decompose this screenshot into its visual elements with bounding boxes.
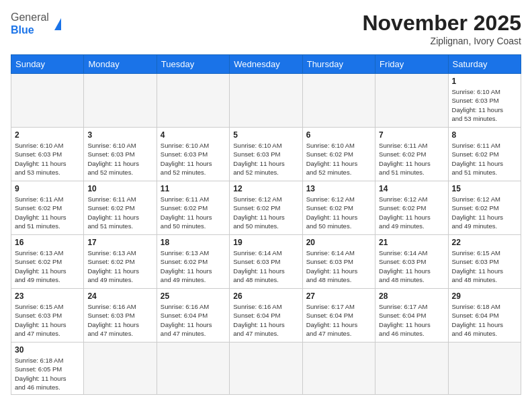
- day-number: 20: [306, 238, 371, 247]
- day-number: 22: [452, 238, 517, 247]
- month-title: November 2025: [362, 11, 521, 36]
- day-number: 25: [161, 291, 226, 301]
- day-number: 19: [233, 238, 298, 247]
- calendar-cell: 7Sunrise: 6:11 AM Sunset: 6:02 PM Daylig…: [375, 128, 448, 181]
- calendar-week-row: 30Sunrise: 6:18 AM Sunset: 6:05 PM Dayli…: [11, 342, 521, 395]
- cell-info: Sunrise: 6:10 AM Sunset: 6:03 PM Dayligh…: [452, 87, 517, 123]
- logo-general: General: [11, 11, 49, 23]
- day-number: 24: [87, 291, 152, 301]
- calendar-cell: 16Sunrise: 6:13 AM Sunset: 6:02 PM Dayli…: [11, 235, 84, 289]
- cell-info: Sunrise: 6:15 AM Sunset: 6:03 PM Dayligh…: [15, 302, 80, 338]
- calendar-cell: 1Sunrise: 6:10 AM Sunset: 6:03 PM Daylig…: [448, 74, 521, 128]
- day-number: 28: [379, 291, 444, 301]
- cell-info: Sunrise: 6:10 AM Sunset: 6:03 PM Dayligh…: [233, 141, 298, 177]
- cell-info: Sunrise: 6:12 AM Sunset: 6:02 PM Dayligh…: [379, 195, 444, 230]
- cell-info: Sunrise: 6:18 AM Sunset: 6:04 PM Dayligh…: [452, 302, 517, 338]
- calendar-week-row: 23Sunrise: 6:15 AM Sunset: 6:03 PM Dayli…: [11, 289, 521, 342]
- calendar-cell: 30Sunrise: 6:18 AM Sunset: 6:05 PM Dayli…: [11, 342, 84, 395]
- calendar-cell: 21Sunrise: 6:14 AM Sunset: 6:03 PM Dayli…: [375, 235, 448, 289]
- calendar-cell: [375, 74, 448, 128]
- calendar-day-header: Sunday: [11, 55, 84, 74]
- cell-info: Sunrise: 6:17 AM Sunset: 6:04 PM Dayligh…: [306, 302, 371, 338]
- calendar-cell: 5Sunrise: 6:10 AM Sunset: 6:03 PM Daylig…: [230, 128, 302, 181]
- day-number: 1: [452, 77, 517, 86]
- cell-info: Sunrise: 6:16 AM Sunset: 6:04 PM Dayligh…: [233, 302, 298, 338]
- cell-info: Sunrise: 6:11 AM Sunset: 6:02 PM Dayligh…: [161, 195, 226, 230]
- calendar-cell: 13Sunrise: 6:12 AM Sunset: 6:02 PM Dayli…: [302, 181, 375, 235]
- cell-info: Sunrise: 6:15 AM Sunset: 6:03 PM Dayligh…: [452, 248, 517, 284]
- calendar-cell: 28Sunrise: 6:17 AM Sunset: 6:04 PM Dayli…: [375, 289, 448, 342]
- cell-info: Sunrise: 6:14 AM Sunset: 6:03 PM Dayligh…: [306, 248, 371, 284]
- logo-blue: Blue: [11, 24, 34, 36]
- cell-info: Sunrise: 6:14 AM Sunset: 6:03 PM Dayligh…: [233, 248, 298, 284]
- day-number: 15: [452, 184, 517, 193]
- cell-info: Sunrise: 6:17 AM Sunset: 6:04 PM Dayligh…: [379, 302, 444, 338]
- calendar-cell: [302, 342, 375, 395]
- cell-info: Sunrise: 6:14 AM Sunset: 6:03 PM Dayligh…: [379, 248, 444, 284]
- cell-info: Sunrise: 6:13 AM Sunset: 6:02 PM Dayligh…: [87, 248, 152, 284]
- calendar-cell: [157, 342, 229, 395]
- day-number: 30: [15, 345, 80, 355]
- calendar-cell: [11, 74, 84, 128]
- day-number: 17: [87, 238, 152, 247]
- calendar-cell: 12Sunrise: 6:12 AM Sunset: 6:02 PM Dayli…: [230, 181, 302, 235]
- logo-triangle-icon: [54, 18, 61, 30]
- calendar-cell: 19Sunrise: 6:14 AM Sunset: 6:03 PM Dayli…: [230, 235, 302, 289]
- cell-info: Sunrise: 6:13 AM Sunset: 6:02 PM Dayligh…: [15, 248, 80, 284]
- calendar-cell: 3Sunrise: 6:10 AM Sunset: 6:03 PM Daylig…: [84, 128, 157, 181]
- day-number: 18: [161, 238, 226, 247]
- calendar-cell: 29Sunrise: 6:18 AM Sunset: 6:04 PM Dayli…: [448, 289, 521, 342]
- calendar-day-header: Wednesday: [230, 55, 302, 74]
- cell-info: Sunrise: 6:16 AM Sunset: 6:04 PM Dayligh…: [161, 302, 226, 338]
- calendar-cell: [230, 342, 302, 395]
- day-number: 7: [379, 130, 444, 140]
- calendar-cell: 15Sunrise: 6:12 AM Sunset: 6:02 PM Dayli…: [448, 181, 521, 235]
- location: Ziplignan, Ivory Coast: [362, 36, 521, 46]
- calendar-day-header: Friday: [375, 55, 448, 74]
- cell-info: Sunrise: 6:10 AM Sunset: 6:02 PM Dayligh…: [306, 141, 371, 177]
- calendar-cell: 22Sunrise: 6:15 AM Sunset: 6:03 PM Dayli…: [448, 235, 521, 289]
- calendar-cell: 8Sunrise: 6:11 AM Sunset: 6:02 PM Daylig…: [448, 128, 521, 181]
- day-number: 12: [233, 184, 298, 193]
- cell-info: Sunrise: 6:11 AM Sunset: 6:02 PM Dayligh…: [87, 195, 152, 230]
- day-number: 10: [87, 184, 152, 193]
- day-number: 27: [306, 291, 371, 301]
- calendar-body: 1Sunrise: 6:10 AM Sunset: 6:03 PM Daylig…: [11, 74, 521, 395]
- calendar-cell: [375, 342, 448, 395]
- cell-info: Sunrise: 6:11 AM Sunset: 6:02 PM Dayligh…: [452, 141, 517, 177]
- calendar-cell: [84, 74, 157, 128]
- cell-info: Sunrise: 6:12 AM Sunset: 6:02 PM Dayligh…: [452, 195, 517, 230]
- calendar-cell: 11Sunrise: 6:11 AM Sunset: 6:02 PM Dayli…: [157, 181, 229, 235]
- calendar-day-header: Monday: [84, 55, 157, 74]
- calendar-cell: 10Sunrise: 6:11 AM Sunset: 6:02 PM Dayli…: [84, 181, 157, 235]
- day-number: 8: [452, 130, 517, 140]
- day-number: 23: [15, 291, 80, 301]
- day-number: 4: [161, 130, 226, 140]
- day-number: 2: [15, 130, 80, 140]
- calendar-day-header: Saturday: [448, 55, 521, 74]
- day-number: 29: [452, 291, 517, 301]
- calendar-cell: [230, 74, 302, 128]
- calendar-week-row: 1Sunrise: 6:10 AM Sunset: 6:03 PM Daylig…: [11, 74, 521, 128]
- calendar-cell: 27Sunrise: 6:17 AM Sunset: 6:04 PM Dayli…: [302, 289, 375, 342]
- cell-info: Sunrise: 6:10 AM Sunset: 6:03 PM Dayligh…: [15, 141, 80, 177]
- day-number: 9: [15, 184, 80, 193]
- cell-info: Sunrise: 6:13 AM Sunset: 6:02 PM Dayligh…: [161, 248, 226, 284]
- page-header: GeneralBlue November 2025 Ziplignan, Ivo…: [11, 11, 521, 46]
- calendar-cell: [84, 342, 157, 395]
- day-number: 16: [15, 238, 80, 247]
- logo-text: GeneralBlue: [11, 11, 49, 36]
- cell-info: Sunrise: 6:12 AM Sunset: 6:02 PM Dayligh…: [306, 195, 371, 230]
- day-number: 5: [233, 130, 298, 140]
- calendar-cell: 14Sunrise: 6:12 AM Sunset: 6:02 PM Dayli…: [375, 181, 448, 235]
- calendar-cell: 24Sunrise: 6:16 AM Sunset: 6:03 PM Dayli…: [84, 289, 157, 342]
- day-number: 6: [306, 130, 371, 140]
- calendar-week-row: 2Sunrise: 6:10 AM Sunset: 6:03 PM Daylig…: [11, 128, 521, 181]
- cell-info: Sunrise: 6:11 AM Sunset: 6:02 PM Dayligh…: [379, 141, 444, 177]
- cell-info: Sunrise: 6:10 AM Sunset: 6:03 PM Dayligh…: [87, 141, 152, 177]
- day-number: 3: [87, 130, 152, 140]
- calendar-cell: 18Sunrise: 6:13 AM Sunset: 6:02 PM Dayli…: [157, 235, 229, 289]
- cell-info: Sunrise: 6:10 AM Sunset: 6:03 PM Dayligh…: [161, 141, 226, 177]
- calendar-header-row: SundayMondayTuesdayWednesdayThursdayFrid…: [11, 55, 521, 74]
- calendar-cell: 2Sunrise: 6:10 AM Sunset: 6:03 PM Daylig…: [11, 128, 84, 181]
